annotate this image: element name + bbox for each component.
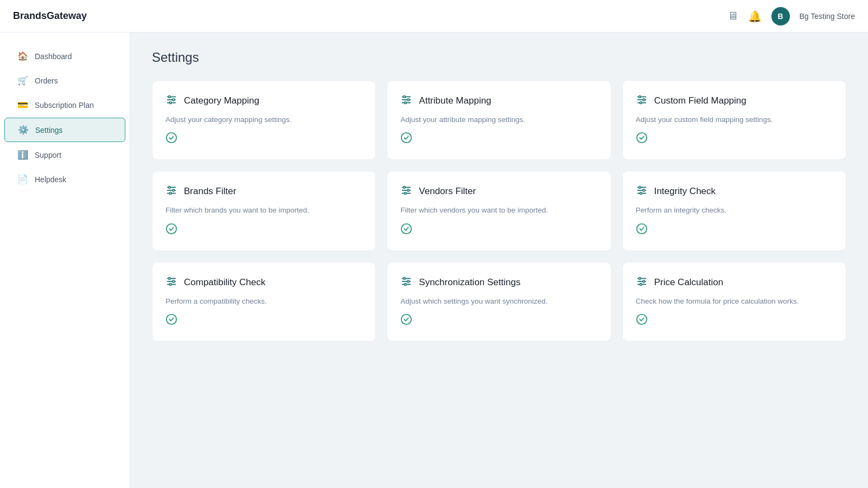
card-desc-vendors-filter: Filter which vendors you want to be impo… [400, 205, 597, 216]
card-header-custom-field-mapping: Custom Field Mapping [636, 94, 833, 108]
sidebar-label-orders: Orders [35, 76, 58, 85]
sidebar-label-settings: Settings [35, 126, 63, 134]
card-compatibility-check[interactable]: Compatibility Check Perform a compatibil… [152, 262, 376, 342]
svg-point-41 [636, 223, 646, 233]
sidebar-item-support[interactable]: ℹ️ Support [4, 143, 125, 166]
card-check-compatibility-check [165, 313, 362, 328]
card-desc-brands-filter: Filter which brands you want to be impor… [165, 205, 362, 216]
card-check-brands-filter [165, 223, 362, 237]
svg-point-53 [407, 280, 410, 282]
svg-point-61 [640, 283, 642, 285]
sliders-icon-vendors-filter [400, 184, 412, 198]
card-check-attribute-mapping [400, 132, 597, 146]
svg-point-59 [639, 277, 641, 279]
sidebar: 🏠 Dashboard 🛒 Orders 💳 Subscription Plan… [0, 33, 130, 488]
card-header-integrity-check: Integrity Check [636, 184, 833, 198]
card-check-price-calculation [636, 313, 833, 328]
card-header-vendors-filter: Vendors Filter [400, 184, 597, 198]
card-custom-field-mapping[interactable]: Custom Field Mapping Adjust your custom … [622, 80, 846, 160]
svg-point-48 [167, 314, 176, 324]
svg-point-60 [642, 280, 644, 282]
sidebar-label-helpdesk: Helpdesk [35, 175, 66, 184]
svg-point-33 [405, 192, 407, 195]
svg-point-6 [167, 133, 176, 143]
card-header-category-mapping: Category Mapping [165, 94, 362, 108]
svg-point-5 [169, 102, 171, 104]
svg-point-18 [642, 99, 644, 101]
svg-point-45 [169, 277, 171, 279]
monitor-icon[interactable]: 🖥 [727, 10, 738, 22]
svg-point-25 [173, 189, 175, 191]
main-content: Settings Category Mapping Adjust your ca… [130, 33, 868, 488]
svg-point-34 [401, 223, 411, 233]
svg-point-46 [173, 280, 175, 282]
card-header-attribute-mapping: Attribute Mapping [400, 94, 597, 108]
layout: 🏠 Dashboard 🛒 Orders 💳 Subscription Plan… [0, 33, 868, 488]
svg-point-32 [407, 189, 410, 191]
card-title-integrity-check: Integrity Check [654, 186, 716, 197]
card-brands-filter[interactable]: Brands Filter Filter which brands you wa… [152, 171, 376, 251]
sidebar-item-dashboard[interactable]: 🏠 Dashboard [4, 44, 125, 68]
sliders-icon-compatibility-check [165, 275, 177, 290]
sliders-icon-attribute-mapping [400, 94, 412, 108]
sliders-icon-custom-field-mapping [636, 94, 648, 108]
card-vendors-filter[interactable]: Vendors Filter Filter which vendors you … [387, 171, 611, 251]
card-category-mapping[interactable]: Category Mapping Adjust your category ma… [152, 80, 376, 160]
sliders-icon-brands-filter [165, 184, 177, 198]
card-desc-price-calculation: Check how the formula for price calculat… [636, 296, 833, 307]
sliders-icon-integrity-check [636, 184, 648, 198]
dashboard-icon: 🏠 [17, 51, 28, 61]
card-title-compatibility-check: Compatibility Check [184, 277, 265, 288]
avatar-initials: B [777, 12, 783, 21]
subscription-icon: 💳 [17, 100, 28, 110]
card-integrity-check[interactable]: Integrity Check Perform an integrity che… [622, 171, 846, 251]
card-check-synchronization-settings [400, 313, 597, 328]
helpdesk-icon: 📄 [17, 174, 28, 184]
card-title-custom-field-mapping: Custom Field Mapping [654, 95, 746, 106]
sliders-icon-synchronization-settings [400, 275, 412, 290]
sidebar-item-helpdesk[interactable]: 📄 Helpdesk [4, 168, 125, 191]
support-icon: ℹ️ [17, 150, 28, 160]
card-attribute-mapping[interactable]: Attribute Mapping Adjust your attribute … [387, 80, 611, 160]
sidebar-item-settings[interactable]: ⚙️ Settings [4, 118, 125, 142]
svg-point-13 [401, 133, 411, 143]
sliders-icon-category-mapping [165, 94, 177, 108]
header: BrandsGateway 🖥 🔔 B Bg Testing Store [0, 0, 868, 33]
sliders-icon-price-calculation [636, 275, 648, 290]
card-check-integrity-check [636, 223, 833, 237]
card-title-brands-filter: Brands Filter [184, 186, 236, 197]
sidebar-label-subscription: Subscription Plan [35, 101, 94, 110]
card-synchronization-settings[interactable]: Synchronization Settings Adjust which se… [387, 262, 611, 342]
card-price-calculation[interactable]: Price Calculation Check how the formula … [622, 262, 846, 342]
svg-point-52 [404, 277, 406, 279]
card-header-price-calculation: Price Calculation [636, 275, 833, 290]
svg-point-55 [401, 314, 411, 324]
card-title-price-calculation: Price Calculation [654, 277, 724, 288]
card-title-synchronization-settings: Synchronization Settings [419, 277, 520, 288]
card-check-custom-field-mapping [636, 132, 833, 146]
card-desc-attribute-mapping: Adjust your attribute mapping settings. [400, 114, 597, 125]
svg-point-27 [167, 223, 176, 233]
card-check-category-mapping [165, 132, 362, 146]
sidebar-item-subscription[interactable]: 💳 Subscription Plan [4, 93, 125, 117]
card-title-vendors-filter: Vendors Filter [419, 186, 476, 197]
notification-icon[interactable]: 🔔 [748, 10, 762, 23]
svg-point-11 [407, 99, 410, 101]
sidebar-item-orders[interactable]: 🛒 Orders [4, 69, 125, 92]
card-header-compatibility-check: Compatibility Check [165, 275, 362, 290]
sidebar-label-support: Support [35, 151, 61, 159]
card-header-brands-filter: Brands Filter [165, 184, 362, 198]
avatar[interactable]: B [771, 7, 790, 25]
settings-icon: ⚙️ [18, 125, 29, 135]
card-title-attribute-mapping: Attribute Mapping [419, 95, 491, 106]
svg-point-54 [405, 283, 407, 285]
svg-point-24 [169, 187, 171, 189]
svg-point-38 [639, 187, 641, 189]
logo: BrandsGateway [13, 10, 87, 22]
card-desc-integrity-check: Perform an integrity checks. [636, 205, 833, 216]
svg-point-3 [169, 96, 171, 98]
svg-point-20 [636, 133, 646, 143]
header-actions: 🖥 🔔 B Bg Testing Store [727, 7, 855, 25]
page-title: Settings [152, 50, 846, 65]
card-header-synchronization-settings: Synchronization Settings [400, 275, 597, 290]
